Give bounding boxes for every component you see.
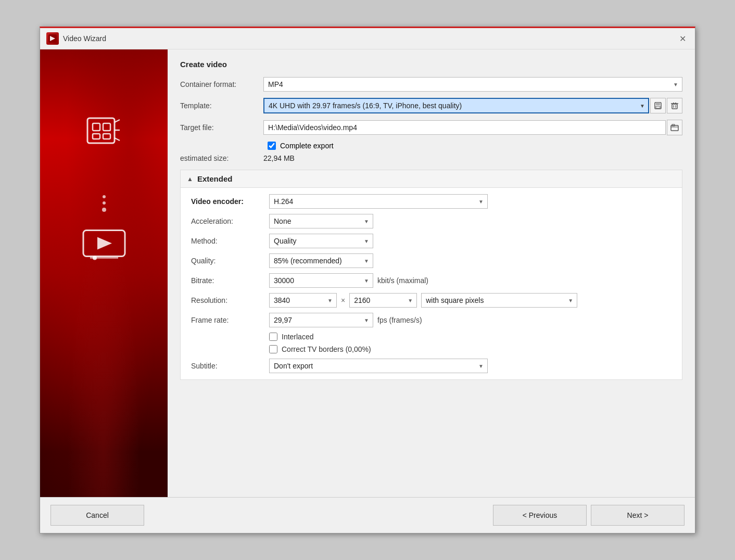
framerate-row: Frame rate: 29,97 ▼ fps (frames/s) bbox=[191, 313, 671, 327]
app-icon bbox=[46, 32, 59, 45]
quality-label: Quality: bbox=[191, 257, 269, 265]
video-encoder-select[interactable]: H.264 bbox=[269, 194, 488, 209]
estimated-size-label: estimated size: bbox=[180, 154, 263, 162]
quality-select[interactable]: 85% (recommended) bbox=[269, 253, 373, 268]
template-select-wrapper: 4K UHD with 29.97 frames/s (16:9, TV, iP… bbox=[263, 98, 649, 113]
resolution-height-wrapper: 2160 ▼ bbox=[349, 293, 417, 308]
next-button[interactable]: Next > bbox=[591, 505, 685, 526]
bitrate-label: Bitrate: bbox=[191, 276, 269, 285]
window-title: Video Wizard bbox=[63, 34, 106, 43]
container-format-select-wrapper: MP4 ▼ bbox=[263, 77, 682, 92]
extended-title: Extended bbox=[197, 174, 233, 183]
video-encoder-label: Video encoder: bbox=[191, 197, 269, 206]
video-wizard-window: Video Wizard ✕ bbox=[40, 27, 695, 533]
pixel-type-select[interactable]: with square pixels bbox=[421, 293, 577, 308]
sidebar bbox=[40, 49, 168, 497]
correct-tv-row: Correct TV borders (0,00%) bbox=[269, 345, 671, 353]
subtitle-select-wrapper: Don't export ▼ bbox=[269, 359, 488, 373]
interlaced-row: Interlaced bbox=[269, 333, 671, 341]
section-title: Create video bbox=[180, 60, 682, 69]
method-label: Method: bbox=[191, 237, 269, 245]
container-format-row: Container format: MP4 ▼ bbox=[180, 77, 682, 92]
bitrate-select[interactable]: 30000 bbox=[269, 273, 373, 288]
svg-rect-3 bbox=[93, 123, 100, 131]
svg-point-13 bbox=[93, 256, 97, 260]
correct-tv-label[interactable]: Correct TV borders (0,00%) bbox=[282, 345, 371, 353]
dot2 bbox=[103, 201, 106, 205]
title-bar-left: Video Wizard bbox=[46, 32, 106, 45]
subtitle-select[interactable]: Don't export bbox=[269, 359, 488, 373]
resolution-row: Resolution: 3840 ▼ × 2160 ▼ bbox=[191, 293, 671, 308]
sidebar-top-icon bbox=[83, 112, 125, 155]
svg-rect-6 bbox=[103, 134, 110, 139]
footer: Cancel < Previous Next > bbox=[40, 497, 695, 533]
interlaced-label[interactable]: Interlaced bbox=[282, 333, 313, 341]
framerate-select-wrapper: 29,97 ▼ bbox=[269, 313, 373, 327]
resolution-width-wrapper: 3840 ▼ bbox=[269, 293, 337, 308]
acceleration-select-wrapper: None ▼ bbox=[269, 214, 373, 228]
target-file-input[interactable] bbox=[263, 120, 666, 135]
estimated-size-value: 22,94 MB bbox=[263, 154, 295, 162]
extended-body: Video encoder: H.264 ▼ Acceleration: bbox=[181, 188, 682, 379]
svg-marker-11 bbox=[97, 237, 112, 250]
correct-tv-checkbox[interactable] bbox=[269, 345, 277, 353]
target-file-browse-button[interactable] bbox=[667, 120, 682, 135]
previous-button[interactable]: < Previous bbox=[493, 505, 587, 526]
quality-row: Quality: 85% (recommended) ▼ bbox=[191, 253, 671, 268]
container-format-label: Container format: bbox=[180, 80, 263, 88]
resolution-label: Resolution: bbox=[191, 296, 269, 304]
interlaced-checkbox[interactable] bbox=[269, 333, 277, 341]
video-encoder-select-wrapper: H.264 ▼ bbox=[269, 194, 488, 209]
svg-rect-4 bbox=[103, 123, 110, 131]
sidebar-dots bbox=[102, 195, 106, 212]
title-bar: Video Wizard ✕ bbox=[40, 28, 695, 49]
extended-section: ▲ Extended Video encoder: H.264 ▼ bbox=[180, 170, 682, 380]
footer-right: < Previous Next > bbox=[493, 505, 685, 526]
framerate-label: Frame rate: bbox=[191, 316, 269, 324]
pixel-type-wrapper: with square pixels ▼ bbox=[421, 293, 577, 308]
subtitle-label: Subtitle: bbox=[191, 362, 269, 370]
complete-export-checkbox[interactable] bbox=[268, 142, 276, 150]
resolution-width-select[interactable]: 3840 bbox=[269, 293, 337, 308]
dot1 bbox=[103, 195, 106, 198]
svg-rect-17 bbox=[672, 104, 677, 109]
acceleration-label: Acceleration: bbox=[191, 217, 269, 225]
cancel-button[interactable]: Cancel bbox=[50, 505, 144, 526]
main-panel: Create video Container format: MP4 ▼ Tem… bbox=[168, 49, 695, 497]
resolution-height-select[interactable]: 2160 bbox=[349, 293, 417, 308]
method-row: Method: Quality ▼ bbox=[191, 234, 671, 248]
bitrate-select-wrapper: 30000 ▼ bbox=[269, 273, 373, 288]
footer-left: Cancel bbox=[50, 505, 144, 526]
content-area: Create video Container format: MP4 ▼ Tem… bbox=[40, 49, 695, 497]
acceleration-select[interactable]: None bbox=[269, 214, 373, 228]
method-select[interactable]: Quality bbox=[269, 234, 373, 248]
template-select[interactable]: 4K UHD with 29.97 frames/s (16:9, TV, iP… bbox=[263, 98, 649, 113]
template-delete-button[interactable] bbox=[667, 98, 682, 113]
svg-rect-5 bbox=[93, 134, 100, 139]
container-format-select[interactable]: MP4 bbox=[263, 77, 682, 92]
video-encoder-row: Video encoder: H.264 ▼ bbox=[191, 194, 671, 209]
template-save-button[interactable] bbox=[650, 98, 666, 113]
subtitle-row: Subtitle: Don't export ▼ bbox=[191, 359, 671, 373]
svg-rect-16 bbox=[656, 106, 660, 108]
resolution-x-label: × bbox=[341, 296, 345, 304]
complete-export-label[interactable]: Complete export bbox=[280, 142, 334, 150]
acceleration-row: Acceleration: None ▼ bbox=[191, 214, 671, 228]
bitrate-unit: kbit/s (maximal) bbox=[377, 276, 428, 285]
framerate-unit: fps (frames/s) bbox=[377, 316, 422, 324]
template-label: Template: bbox=[180, 101, 263, 110]
extended-collapse-icon: ▲ bbox=[187, 175, 193, 183]
close-button[interactable]: ✕ bbox=[676, 32, 689, 45]
framerate-select[interactable]: 29,97 bbox=[269, 313, 373, 327]
sidebar-bottom-icon bbox=[81, 226, 128, 264]
estimated-size-row: estimated size: 22,94 MB bbox=[180, 154, 682, 162]
extended-header[interactable]: ▲ Extended bbox=[181, 170, 682, 188]
template-row: Template: 4K UHD with 29.97 frames/s (16… bbox=[180, 98, 682, 113]
method-select-wrapper: Quality ▼ bbox=[269, 234, 373, 248]
bitrate-row: Bitrate: 30000 ▼ kbit/s (maximal) bbox=[191, 273, 671, 288]
dot3 bbox=[102, 208, 106, 212]
target-file-row: Target file: bbox=[180, 120, 682, 135]
svg-rect-15 bbox=[656, 103, 660, 105]
quality-select-wrapper: 85% (recommended) ▼ bbox=[269, 253, 373, 268]
complete-export-row: Complete export bbox=[180, 142, 682, 150]
